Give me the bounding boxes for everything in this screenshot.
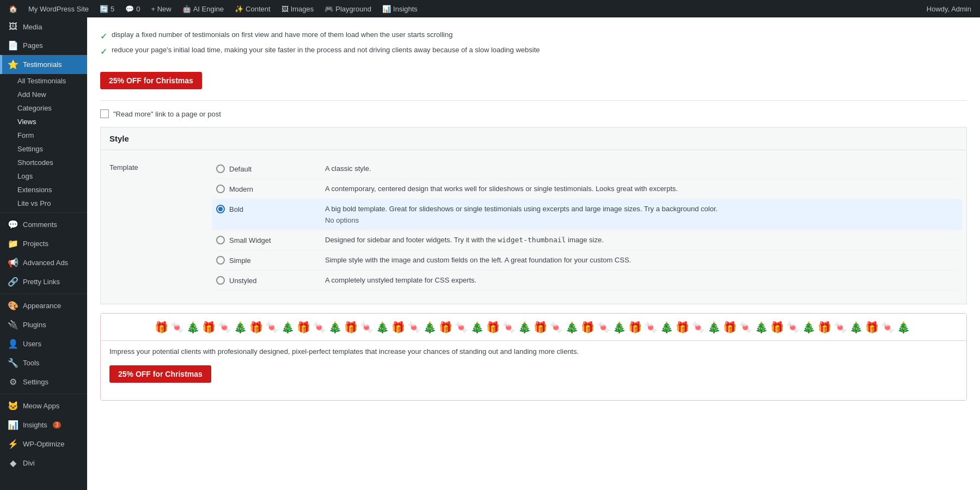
meow-apps-icon: 🐱 [8, 401, 19, 411]
new-label: + New [151, 5, 171, 13]
sidebar-divider-3 [0, 394, 87, 394]
users-icon: 👤 [8, 339, 19, 349]
wp-logo[interactable]: 🏠 [4, 0, 22, 17]
template-options: Default A classic style. Modern A [216, 159, 958, 291]
comments-icon: 💬 [125, 5, 134, 13]
radio-bold[interactable] [216, 205, 225, 213]
sidebar-item-label: Appearance [23, 302, 61, 310]
submenu-lite-vs-pro[interactable]: Lite vs Pro [17, 197, 87, 210]
playground-item[interactable]: 🎮 Playground [320, 0, 376, 17]
template-label-col: Bold [216, 205, 325, 213]
no-options-text: No options [325, 216, 958, 224]
insights-label: Insights [393, 5, 418, 13]
radio-unstyled[interactable] [216, 276, 225, 285]
site-name[interactable]: My WordPress Site [24, 0, 93, 17]
template-name-small-widget: Small Widget [229, 236, 271, 244]
xmas-strip: 🎁🍬🎄🎁🍬🎄🎁🍬🎄🎁🍬🎄🎁🍬🎄🎁🍬🎄🎁🍬🎄🎁🍬🎄🎁🍬🎄🎁🍬🎄🎁🍬🎄🎁🍬🎄🎁🍬🎄🎁… [101, 314, 966, 341]
sidebar-item-divi[interactable]: ◆ Divi [0, 454, 87, 473]
comments-count: 0 [136, 5, 140, 13]
sidebar-divider-2 [0, 293, 87, 294]
sidebar-item-media[interactable]: 🖼 Media [0, 17, 87, 36]
submenu-settings[interactable]: Settings [17, 142, 87, 156]
sidebar-item-users[interactable]: 👤 Users [0, 334, 87, 353]
pages-icon: 📄 [8, 40, 19, 51]
xmas-body: Impress your potential clients with prof… [101, 341, 966, 400]
submenu-logs[interactable]: Logs [17, 169, 87, 183]
sidebar-item-insights[interactable]: 📊 Insights 3 [0, 415, 87, 434]
submenu-form[interactable]: Form [17, 128, 87, 142]
sidebar-item-label: Insights [23, 421, 47, 429]
updates-item[interactable]: 🔄 5 [95, 0, 119, 17]
sidebar-item-label: Pretty Links [23, 278, 60, 286]
template-name-simple: Simple [229, 256, 251, 265]
sidebar-item-testimonials[interactable]: ⭐ Testimonials [0, 55, 87, 74]
radio-modern[interactable] [216, 185, 225, 193]
playground-icon: 🎮 [324, 5, 333, 13]
sidebar-item-wp-optimize[interactable]: ⚡ WP-Optimize [0, 434, 87, 454]
submenu-views[interactable]: Views [17, 115, 87, 128]
sidebar-item-comments[interactable]: 💬 Comments [0, 215, 87, 234]
howdy-label: Howdy, Admin [927, 5, 976, 13]
sidebar-item-label: Pages [23, 41, 43, 50]
submenu-all-testimonials[interactable]: All Testimonials [17, 74, 87, 88]
promo-button-1[interactable]: 25% OFF for Christmas [100, 72, 202, 89]
sidebar-item-projects[interactable]: 📁 Projects [0, 234, 87, 253]
radio-default[interactable] [216, 164, 225, 173]
projects-icon: 📁 [8, 238, 19, 249]
playground-label: Playground [335, 5, 371, 13]
images-icon: 🖼 [281, 5, 289, 13]
radio-small-widget[interactable] [216, 236, 225, 244]
template-desc-modern: A contemporary, centered design that wor… [325, 185, 958, 193]
insights-item[interactable]: 📊 Insights [378, 0, 422, 17]
template-label-col: Default [216, 164, 325, 173]
updates-icon: 🔄 [100, 5, 108, 13]
comments-item[interactable]: 💬 0 [121, 0, 144, 17]
sidebar-item-pretty-links[interactable]: 🔗 Pretty Links [0, 272, 87, 291]
sidebar-item-tools[interactable]: 🔧 Tools [0, 353, 87, 372]
template-desc-simple: Simple style with the image and custom f… [325, 256, 958, 264]
advanced-ads-icon: 📢 [8, 258, 19, 268]
images-item[interactable]: 🖼 Images [277, 0, 318, 17]
sidebar-item-label: WP-Optimize [23, 440, 65, 448]
sidebar-item-pages[interactable]: 📄 Pages [0, 36, 87, 55]
template-name-unstyled: Unstyled [229, 277, 257, 285]
submenu-shortcodes[interactable]: Shortcodes [17, 156, 87, 169]
content-item[interactable]: ✨ Content [230, 0, 275, 17]
ai-engine-item[interactable]: 🤖 AI Engine [178, 0, 228, 17]
check-text-2: reduce your page's initial load time, ma… [112, 46, 540, 54]
xmas-icons: 🎁🍬🎄🎁🍬🎄🎁🍬🎄🎁🍬🎄🎁🍬🎄🎁🍬🎄🎁🍬🎄🎁🍬🎄🎁🍬🎄🎁🍬🎄🎁🍬🎄🎁🍬🎄🎁🍬🎄🎁… [155, 321, 912, 334]
checkmark-icon-2: ✓ [100, 46, 107, 57]
read-more-checkbox[interactable] [100, 109, 109, 118]
check-text-1: display a fixed number of testimonials o… [112, 30, 452, 39]
sidebar-item-settings[interactable]: ⚙ Settings [0, 372, 87, 391]
template-desc-default: A classic style. [325, 164, 958, 173]
promo-button-xmas[interactable]: 25% OFF for Christmas [109, 365, 211, 383]
sidebar-item-advanced-ads[interactable]: 📢 Advanced Ads [0, 253, 87, 272]
template-label-col: Modern [216, 185, 325, 193]
template-label-col: Small Widget [216, 236, 325, 244]
radio-simple[interactable] [216, 256, 225, 265]
media-icon: 🖼 [8, 22, 19, 32]
new-item[interactable]: + New [146, 0, 175, 17]
bold-desc-text: A big bold template. Great for slideshow… [325, 205, 958, 213]
submenu-add-new[interactable]: Add New [17, 88, 87, 101]
sidebar-item-label: Media [23, 23, 42, 31]
template-name-default: Default [229, 165, 252, 173]
template-desc-bold: A big bold template. Great for slideshow… [325, 205, 958, 224]
template-row-unstyled: Unstyled A completely unstyled template … [216, 271, 958, 291]
checklist: ✓ display a fixed number of testimonials… [100, 28, 967, 59]
sidebar-item-meow-apps[interactable]: 🐱 Meow Apps [0, 396, 87, 415]
xmas-banner: 🎁🍬🎄🎁🍬🎄🎁🍬🎄🎁🍬🎄🎁🍬🎄🎁🍬🎄🎁🍬🎄🎁🍬🎄🎁🍬🎄🎁🍬🎄🎁🍬🎄🎁🍬🎄🎁🍬🎄🎁… [100, 313, 967, 401]
style-heading: Style [101, 127, 966, 150]
sidebar-item-label: Settings [23, 378, 48, 386]
submenu-extensions[interactable]: Extensions [17, 183, 87, 197]
wp-layout: 🖼 Media 📄 Pages ⭐ Testimonials All Testi… [0, 17, 980, 490]
sidebar-item-label: Meow Apps [23, 402, 59, 410]
sidebar-item-appearance[interactable]: 🎨 Appearance [0, 296, 87, 315]
template-name-bold: Bold [229, 205, 243, 213]
submenu-categories[interactable]: Categories [17, 101, 87, 115]
images-label: Images [291, 5, 314, 13]
ai-engine-label: AI Engine [193, 5, 224, 13]
sidebar-item-plugins[interactable]: 🔌 Plugins [0, 315, 87, 334]
sidebar-divider-1 [0, 212, 87, 213]
